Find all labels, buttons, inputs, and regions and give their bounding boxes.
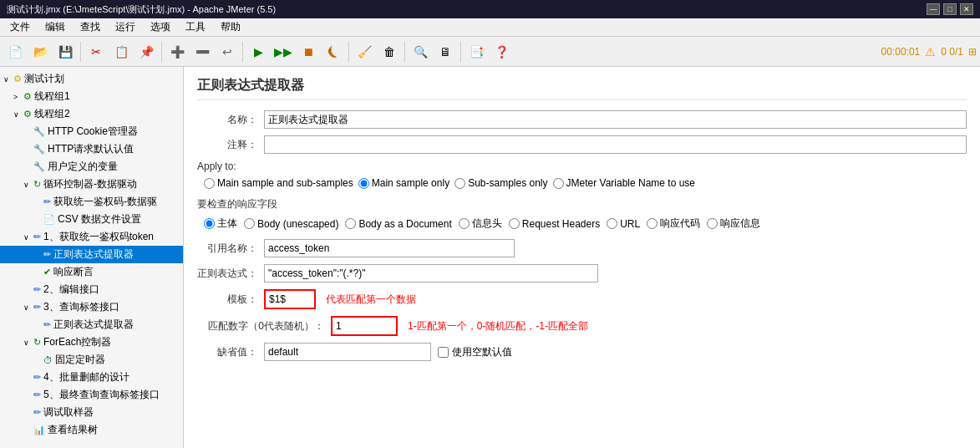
comment-row: 注释： (197, 135, 967, 154)
tree-item-regex-extractor[interactable]: ✏ 正则表达式提取器 (0, 246, 183, 263)
toolbar-expand[interactable]: ➕ (165, 40, 189, 64)
radio-body-doc-input[interactable] (345, 218, 356, 229)
ref-name-input[interactable] (264, 239, 515, 257)
radio-jmeter-var-label: JMeter Variable Name to use (566, 177, 696, 189)
toolbar-new[interactable]: 📄 (3, 40, 27, 64)
radio-url-input[interactable] (607, 218, 617, 229)
default-input[interactable] (264, 343, 431, 361)
tree-item-http-cookie[interactable]: 🔧 HTTP Cookie管理器 (0, 123, 183, 140)
radio-main-and-sub[interactable]: Main sample and sub-samples (204, 177, 353, 189)
toolbar-copy[interactable]: 📋 (109, 40, 133, 64)
tree-item-get-auth[interactable]: ✏ 获取统一鉴权码-数据驱 (0, 193, 183, 211)
toolbar-help[interactable]: ❓ (490, 40, 513, 64)
name-input[interactable] (264, 110, 967, 129)
menu-tools[interactable]: 工具 (179, 18, 212, 36)
radio-main-only-input[interactable] (358, 178, 369, 189)
radio-info-head[interactable]: 信息头 (459, 216, 502, 231)
radio-resp-msg-input[interactable] (707, 218, 718, 229)
expand-icon[interactable]: ⊞ (968, 46, 977, 58)
toolbar-templates[interactable]: 📑 (465, 40, 488, 64)
toolbar-stop[interactable]: ⏹ (297, 40, 320, 64)
tree-item-assert[interactable]: ✔ 响应断言 (0, 263, 183, 281)
radio-req-headers-input[interactable] (509, 218, 520, 229)
radio-resp-msg[interactable]: 响应信息 (707, 216, 760, 231)
name-label: 名称： (197, 113, 264, 127)
tree-item-test-plan[interactable]: ∨ ⚙ 测试计划 (0, 70, 183, 88)
toolbar-search[interactable]: 🔍 (409, 40, 432, 64)
minimize-button[interactable]: — (927, 3, 940, 15)
left-panel-tree: ∨ ⚙ 测试计划 > ⚙ 线程组1 ∨ ⚙ 线程组2 🔧 HTTP Cookie… (0, 67, 184, 448)
radio-sub-only[interactable]: Sub-samples only (454, 177, 547, 189)
radio-main-and-sub-input[interactable] (204, 178, 215, 189)
template-input[interactable] (269, 293, 311, 305)
menu-help[interactable]: 帮助 (214, 18, 247, 36)
toolbar-remote[interactable]: 🖥 (434, 40, 457, 64)
comment-input[interactable] (264, 135, 967, 154)
tree-item-thread-group-2[interactable]: ∨ ⚙ 线程组2 (0, 105, 183, 123)
radio-main-only[interactable]: Main sample only (358, 177, 449, 189)
menu-bar: 文件 编辑 查找 运行 选项 工具 帮助 (0, 18, 980, 37)
menu-run[interactable]: 运行 (109, 18, 142, 36)
toolbar-start-no-pause[interactable]: ▶▶ (272, 40, 295, 64)
radio-url[interactable]: URL (607, 218, 640, 230)
match-num-input[interactable] (336, 320, 386, 332)
tree-item-thread-group-1[interactable]: > ⚙ 线程组1 (0, 88, 183, 105)
tree-label-get-auth: 获取统一鉴权码-数据驱 (53, 195, 157, 209)
radio-req-headers[interactable]: Request Headers (509, 218, 600, 230)
tree-item-regex2[interactable]: ✏ 正则表达式提取器 (0, 316, 183, 333)
tree-arrow: ∨ (23, 303, 32, 312)
radio-main-only-label: Main sample only (372, 177, 449, 189)
tree-item-timer[interactable]: ⏱ 固定定时器 (0, 351, 183, 369)
menu-find[interactable]: 查找 (74, 18, 107, 36)
toolbar-cut[interactable]: ✂ (84, 40, 108, 64)
radio-body-input[interactable] (204, 218, 215, 229)
default-label: 缺省值： (197, 345, 264, 359)
menu-options[interactable]: 选项 (144, 18, 177, 36)
radio-body-unescaped[interactable]: Body (unescaped) (244, 218, 338, 230)
tree-item-batch-mail[interactable]: ✏ 4、批量删邮的设计 (0, 369, 183, 386)
tree-item-http-auth[interactable]: 🔧 HTTP请求默认认值 (0, 140, 183, 158)
radio-body-doc[interactable]: Body as a Document (345, 218, 451, 230)
tree-item-edit-api[interactable]: ✏ 2、编辑接口 (0, 281, 183, 298)
use-empty-checkbox[interactable] (438, 347, 449, 358)
radio-body-unescaped-input[interactable] (244, 218, 255, 229)
radio-jmeter-var-input[interactable] (553, 178, 564, 189)
close-button[interactable]: ✕ (960, 3, 973, 15)
toolbar-clear[interactable]: 🧹 (353, 40, 376, 64)
radio-resp-code[interactable]: 响应代码 (647, 216, 700, 231)
tree-item-loop-ctrl[interactable]: ∨ ↻ 循环控制器-数据驱动 (0, 176, 183, 193)
toolbar-clear-all[interactable]: 🗑 (378, 40, 401, 64)
tree-label-test-plan: 测试计划 (24, 72, 64, 86)
radio-resp-code-label: 响应代码 (660, 216, 700, 231)
tree-item-foreach[interactable]: ∨ ↻ ForEach控制器 (0, 333, 183, 351)
tree-item-user-vars[interactable]: 🔧 用户定义的变量 (0, 158, 183, 176)
maximize-button[interactable]: □ (943, 3, 957, 15)
menu-edit[interactable]: 编辑 (38, 18, 72, 36)
assert-icon: ✔ (43, 267, 51, 277)
menu-file[interactable]: 文件 (3, 18, 37, 36)
tree-label-foreach: ForEach控制器 (43, 335, 111, 349)
comment-label: 注释： (197, 138, 264, 152)
radio-sub-only-input[interactable] (454, 178, 465, 189)
radio-resp-code-input[interactable] (647, 218, 658, 229)
toolbar-collapse[interactable]: ➖ (190, 40, 214, 64)
tree-item-final-query[interactable]: ✏ 5、最终查询查询标签接口 (0, 386, 183, 404)
toolbar-paste[interactable]: 📌 (135, 40, 158, 64)
tree-item-query-tag[interactable]: ∨ ✏ 3、查询标签接口 (0, 298, 183, 316)
tree-item-get-token[interactable]: ∨ ✏ 1、获取统一鉴权码token (0, 228, 183, 246)
toolbar-start[interactable]: ▶ (246, 40, 270, 64)
loop-ctrl-icon: ↻ (33, 179, 41, 190)
toolbar-open[interactable]: 📂 (28, 40, 52, 64)
toolbar-undo[interactable]: ↩ (216, 40, 239, 64)
tree-item-results[interactable]: 📊 查看结果树 (0, 421, 183, 439)
tree-item-debug[interactable]: ✏ 调试取样器 (0, 404, 183, 421)
radio-body[interactable]: 主体 (204, 216, 237, 231)
tree-label-timer: 固定定时器 (55, 353, 105, 367)
toolbar-shutdown[interactable]: ⏾ (322, 40, 345, 64)
tree-item-csv-data[interactable]: 📄 CSV 数据文件设置 (0, 211, 183, 228)
radio-info-head-input[interactable] (459, 218, 470, 229)
ref-name-row: 引用名称： (197, 239, 967, 257)
toolbar-save[interactable]: 💾 (53, 40, 77, 64)
regex-input[interactable] (264, 264, 598, 283)
radio-jmeter-var[interactable]: JMeter Variable Name to use (553, 177, 696, 189)
